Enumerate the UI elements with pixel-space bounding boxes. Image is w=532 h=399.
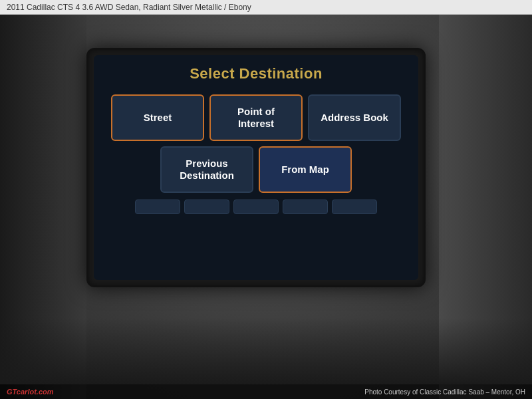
photo-credit: Photo Courtesy of Classic Cadillac Saab … — [364, 388, 525, 396]
watermark: GTcarlot.com — [7, 388, 54, 396]
car-info: 2011 Cadillac CTS 4 3.6 AWD Sedan, Radia… — [7, 3, 251, 12]
nav-buttons-container: Street Point ofInterest Address Book Pre… — [107, 94, 405, 193]
top-bar: 2011 Cadillac CTS 4 3.6 AWD Sedan, Radia… — [0, 0, 532, 15]
bottom-shadow — [0, 318, 532, 384]
photo-area: Select Destination Street Point ofIntere… — [0, 15, 532, 399]
street-button[interactable]: Street — [111, 94, 204, 141]
nav-row-2: PreviousDestination From Map — [160, 146, 352, 193]
address-book-button[interactable]: Address Book — [308, 94, 401, 141]
from-map-button[interactable]: From Map — [259, 146, 352, 193]
soft-keys-row — [135, 200, 377, 214]
nav-row-1: Street Point ofInterest Address Book — [111, 94, 401, 141]
soft-key-2[interactable] — [184, 200, 229, 214]
previous-destination-button[interactable]: PreviousDestination — [160, 146, 253, 193]
bottom-bar: GTcarlot.com Photo Courtesy of Classic C… — [0, 384, 532, 399]
soft-key-5[interactable] — [332, 200, 377, 214]
soft-key-4[interactable] — [283, 200, 328, 214]
screen-title: Select Destination — [190, 65, 323, 82]
screen-bezel: Select Destination Street Point ofIntere… — [86, 48, 426, 287]
poi-button[interactable]: Point ofInterest — [209, 94, 303, 141]
soft-key-1[interactable] — [135, 200, 180, 214]
navigation-screen: Select Destination Street Point ofIntere… — [94, 55, 418, 280]
soft-key-3[interactable] — [233, 200, 279, 214]
